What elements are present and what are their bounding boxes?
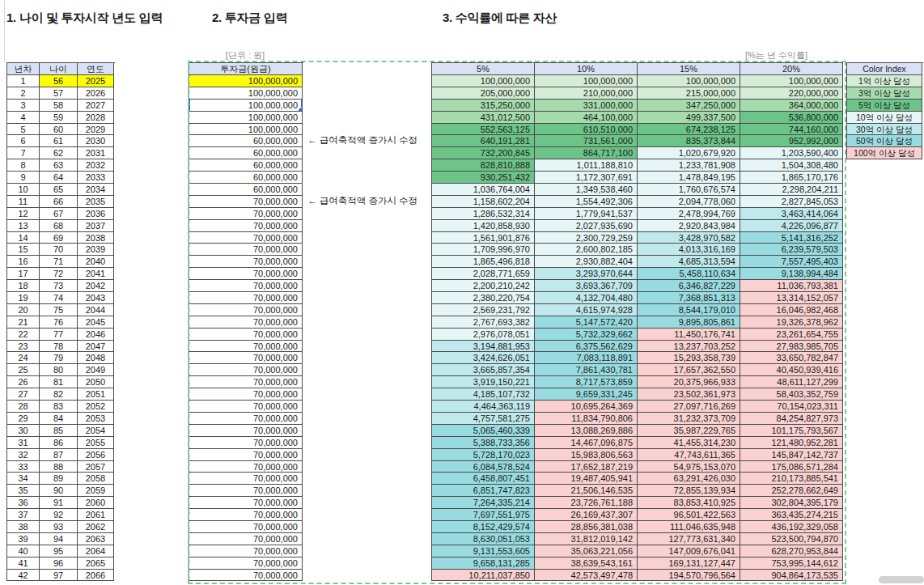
cell[interactable]: 363,435,274,215 bbox=[740, 509, 843, 521]
cell[interactable]: 2035 bbox=[78, 196, 114, 208]
cell[interactable]: 90 bbox=[40, 485, 78, 497]
cell[interactable]: 79 bbox=[40, 352, 78, 364]
cell[interactable]: 60,000,000 bbox=[189, 172, 303, 184]
cell[interactable]: 21,506,146,535 bbox=[535, 485, 638, 497]
cell[interactable]: 19 bbox=[7, 292, 40, 304]
cell[interactable]: 7,264,335,214 bbox=[432, 497, 535, 509]
cell[interactable]: 2043 bbox=[78, 292, 114, 304]
cell[interactable]: 1,561,901,876 bbox=[432, 232, 535, 244]
cell[interactable]: 10,211,037,850 bbox=[432, 570, 535, 582]
cell[interactable]: 2062 bbox=[78, 521, 114, 533]
cell[interactable]: 1,349,538,460 bbox=[535, 184, 638, 196]
cell[interactable]: 1,779,941,537 bbox=[535, 208, 638, 220]
cell[interactable]: 20 bbox=[7, 304, 40, 316]
cell[interactable]: 58,403,352,759 bbox=[740, 388, 843, 401]
cell[interactable]: 175,086,571,284 bbox=[740, 461, 843, 473]
cell[interactable]: 37 bbox=[7, 509, 40, 521]
cell[interactable]: 4 bbox=[7, 112, 40, 124]
cell[interactable]: 7,861,430,781 bbox=[535, 364, 638, 376]
cell[interactable]: 70,000,000 bbox=[189, 497, 303, 509]
cell[interactable]: 70,000,000 bbox=[189, 473, 303, 485]
cell[interactable]: 82 bbox=[40, 388, 78, 401]
cell[interactable]: 210,173,885,541 bbox=[740, 473, 843, 485]
cell[interactable]: 23,261,654,755 bbox=[740, 329, 843, 341]
cell[interactable]: 252,278,662,649 bbox=[740, 485, 843, 497]
cell[interactable]: 1,420,858,930 bbox=[432, 220, 535, 232]
cell[interactable]: 84,254,827,973 bbox=[740, 413, 843, 425]
cell[interactable]: 3,293,970,644 bbox=[535, 268, 638, 280]
cell[interactable]: 1,760,676,574 bbox=[638, 184, 740, 196]
cell[interactable]: 9 bbox=[7, 172, 40, 184]
cell[interactable]: 2033 bbox=[78, 172, 114, 184]
cell[interactable]: 952,992,000 bbox=[740, 135, 843, 147]
cell[interactable]: 35,987,229,765 bbox=[638, 425, 740, 437]
cell[interactable]: 145,847,142,737 bbox=[740, 449, 843, 461]
cell[interactable]: 1,286,532,314 bbox=[432, 208, 535, 220]
cell[interactable]: 16,046,982,468 bbox=[740, 304, 843, 316]
cell[interactable]: 2,027,935,690 bbox=[535, 220, 638, 232]
cell[interactable]: 2030 bbox=[78, 135, 114, 147]
cell[interactable]: 100,000,000 bbox=[740, 75, 843, 87]
cell[interactable]: 2031 bbox=[78, 147, 114, 159]
cell[interactable]: 2040 bbox=[78, 256, 114, 268]
cell[interactable]: 4,132,704,480 bbox=[535, 292, 638, 304]
cell[interactable]: 70,000,000 bbox=[189, 557, 303, 570]
cell[interactable]: 70,000,000 bbox=[189, 208, 303, 220]
cell[interactable]: 1,865,496,818 bbox=[432, 256, 535, 268]
cell[interactable]: 6,084,578,524 bbox=[432, 461, 535, 473]
cell[interactable]: 1,011,188,810 bbox=[535, 159, 638, 172]
cell[interactable]: 315,250,000 bbox=[432, 100, 535, 112]
cell[interactable]: 3,428,970,582 bbox=[638, 232, 740, 244]
cell[interactable]: 60,000,000 bbox=[189, 184, 303, 196]
cell[interactable]: 2 bbox=[7, 87, 40, 100]
cell[interactable]: 26 bbox=[7, 376, 40, 388]
cell[interactable]: 536,800,000 bbox=[740, 112, 843, 124]
cell[interactable]: 70,000,000 bbox=[189, 533, 303, 545]
cell[interactable]: 2029 bbox=[78, 124, 114, 136]
cell[interactable]: 2057 bbox=[78, 461, 114, 473]
cell[interactable]: 48,611,127,299 bbox=[740, 376, 843, 388]
cell[interactable]: 100,000,000 bbox=[638, 75, 740, 87]
cell[interactable]: 70,000,000 bbox=[189, 401, 303, 413]
cell[interactable]: 2,380,220,754 bbox=[432, 292, 535, 304]
cell[interactable]: 72 bbox=[40, 268, 78, 280]
cell[interactable]: 5,728,170,023 bbox=[432, 449, 535, 461]
cell[interactable]: 364,000,000 bbox=[740, 100, 843, 112]
cell[interactable]: 5,147,572,420 bbox=[535, 316, 638, 329]
cell[interactable]: 65 bbox=[40, 184, 78, 196]
cell[interactable]: 15,983,806,563 bbox=[535, 449, 638, 461]
cell[interactable]: 100,000,000 bbox=[189, 75, 303, 87]
cell[interactable]: 5,388,733,356 bbox=[432, 437, 535, 449]
cell[interactable]: 331,000,000 bbox=[535, 100, 638, 112]
cell[interactable]: 1,020,679,920 bbox=[638, 147, 740, 159]
cell[interactable]: 18 bbox=[7, 280, 40, 292]
cell[interactable]: 41 bbox=[7, 557, 40, 570]
cell[interactable]: 69 bbox=[40, 232, 78, 244]
cell[interactable]: 14 bbox=[7, 232, 40, 244]
cell[interactable]: 904,864,173,535 bbox=[740, 570, 843, 582]
cell[interactable]: 1,865,170,176 bbox=[740, 172, 843, 184]
cell[interactable]: 169,131,127,447 bbox=[638, 557, 740, 570]
cell[interactable]: 1,504,308,480 bbox=[740, 159, 843, 172]
cell[interactable]: 23 bbox=[7, 341, 40, 353]
cell[interactable]: 77 bbox=[40, 329, 78, 341]
cell[interactable]: 70,000,000 bbox=[189, 485, 303, 497]
cell[interactable]: 70,000,000 bbox=[189, 352, 303, 364]
cell[interactable]: 70,000,000 bbox=[189, 449, 303, 461]
cell[interactable]: 9,659,331,245 bbox=[535, 388, 638, 401]
cell[interactable]: 2025 bbox=[78, 75, 114, 87]
cell[interactable]: 2066 bbox=[78, 570, 114, 582]
cell[interactable]: 15,293,358,739 bbox=[638, 352, 740, 364]
col-header-investment[interactable]: 투자금(원금) bbox=[189, 63, 303, 75]
cell[interactable]: 2038 bbox=[78, 232, 114, 244]
cell[interactable]: 9,658,131,285 bbox=[432, 557, 535, 570]
cell[interactable]: 13 bbox=[7, 220, 40, 232]
cell[interactable]: 20,375,966,933 bbox=[638, 376, 740, 388]
cell[interactable]: 85 bbox=[40, 425, 78, 437]
cell[interactable]: 2,569,231,792 bbox=[432, 304, 535, 316]
cell[interactable]: 2,094,778,060 bbox=[638, 196, 740, 208]
cell[interactable]: 56 bbox=[40, 75, 78, 87]
cell[interactable]: 11,450,176,741 bbox=[638, 329, 740, 341]
cell[interactable]: 5,141,316,252 bbox=[740, 232, 843, 244]
cell[interactable]: 10,695,264,369 bbox=[535, 401, 638, 413]
